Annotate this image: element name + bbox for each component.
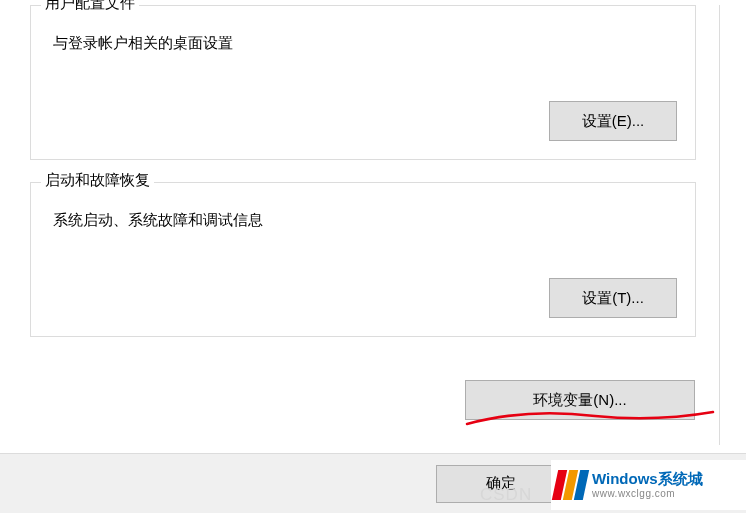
- user-profile-group: 用户配置文件 与登录帐户相关的桌面设置 设置(E)...: [30, 5, 696, 160]
- brand-logo-icon: [552, 470, 589, 500]
- startup-recovery-settings-button[interactable]: 设置(T)...: [549, 278, 677, 318]
- brand-text: Windows系统城 www.wxclgg.com: [592, 471, 703, 499]
- brand-name: Windows系统城: [592, 471, 703, 488]
- user-profile-settings-button[interactable]: 设置(E)...: [549, 101, 677, 141]
- brand-overlay: Windows系统城 www.wxclgg.com: [551, 460, 746, 510]
- user-profile-desc: 与登录帐户相关的桌面设置: [49, 34, 677, 53]
- brand-url: www.wxclgg.com: [592, 488, 703, 499]
- user-profile-title: 用户配置文件: [41, 0, 139, 13]
- environment-variables-button[interactable]: 环境变量(N)...: [465, 380, 695, 420]
- dialog-content-area: 用户配置文件 与登录帐户相关的桌面设置 设置(E)... 启动和故障恢复 系统启…: [0, 5, 720, 445]
- startup-recovery-group: 启动和故障恢复 系统启动、系统故障和调试信息 设置(T)...: [30, 182, 696, 337]
- startup-recovery-desc: 系统启动、系统故障和调试信息: [49, 211, 677, 230]
- ok-button[interactable]: 确定: [436, 465, 566, 503]
- environment-variables-row: 环境变量(N)...: [465, 380, 695, 420]
- startup-recovery-title: 启动和故障恢复: [41, 171, 154, 190]
